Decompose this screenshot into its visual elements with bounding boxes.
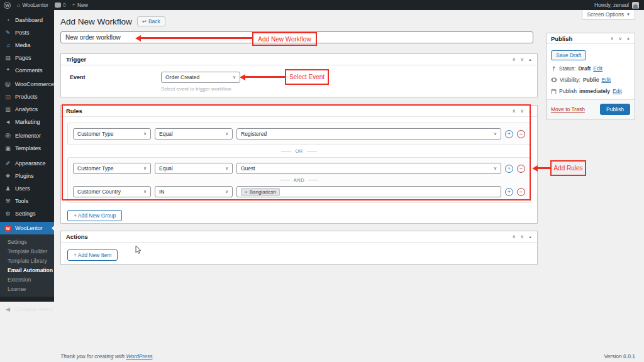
panel-toggle-icon[interactable]: ▲ xyxy=(528,109,532,113)
sidebar-item-woolentor[interactable]: WWooLentor xyxy=(0,222,54,234)
move-to-trash-link[interactable]: Move to Trash xyxy=(551,106,585,112)
move-up-icon[interactable]: ∧ xyxy=(610,36,614,41)
remove-tag-icon[interactable]: × xyxy=(245,189,248,195)
rule-field-value: Customer Type xyxy=(77,165,113,172)
rule-value-select[interactable]: Guest ∨ xyxy=(236,163,501,174)
woocommerce-icon: Ⓦ xyxy=(4,80,11,89)
add-rule-button[interactable]: + xyxy=(505,130,513,138)
user-avatar[interactable] xyxy=(632,2,639,9)
event-select-value: Order Created xyxy=(165,74,199,80)
sidebar-item-appearance[interactable]: ✐Appearance xyxy=(0,157,54,170)
rule-value-multiselect[interactable]: × Bangladesh xyxy=(236,186,501,197)
eye-icon xyxy=(551,77,557,82)
woolentor-submenu: Settings Template Builder Template Libra… xyxy=(0,234,54,297)
save-draft-button[interactable]: Save Draft xyxy=(551,50,586,60)
sidebar-item-tools[interactable]: ⚒Tools xyxy=(0,195,54,207)
rule-operator-select[interactable]: Equal ∨ xyxy=(155,163,233,174)
rule-operator-value: Equal xyxy=(159,131,173,137)
sidebar-item-media[interactable]: ♫Media xyxy=(0,39,54,52)
sidebar-item-marketing[interactable]: ◄Marketing xyxy=(0,116,54,128)
tools-icon: ⚒ xyxy=(4,198,11,204)
comments-menu[interactable]: 0 xyxy=(55,2,66,8)
event-select[interactable]: Order Created ∨ xyxy=(161,72,240,83)
settings-icon: ⚙ xyxy=(4,211,11,217)
submenu-item-extension[interactable]: Extension xyxy=(0,275,54,284)
remove-rule-button[interactable]: − xyxy=(517,165,525,173)
chevron-down-icon: ∨ xyxy=(494,131,497,136)
move-up-icon[interactable]: ∧ xyxy=(512,234,516,239)
sidebar-label: Pages xyxy=(15,55,31,61)
add-rule-button[interactable]: + xyxy=(505,165,513,173)
rule-operator-select[interactable]: Equal ∨ xyxy=(155,128,233,140)
sidebar-item-woocommerce[interactable]: ⓌWooCommerce xyxy=(0,78,54,90)
remove-rule-button[interactable]: − xyxy=(517,188,525,196)
sidebar-item-products[interactable]: ◫Products xyxy=(0,90,54,103)
wordpress-logo-menu[interactable]: W xyxy=(4,2,11,9)
publish-button[interactable]: Publish xyxy=(600,104,630,115)
remove-rule-button[interactable]: − xyxy=(517,130,525,138)
plugins-icon: ❖ xyxy=(4,173,11,179)
sidebar-label: Marketing xyxy=(15,119,40,125)
back-button[interactable]: ↩ Back xyxy=(137,16,165,26)
visibility-value: Public xyxy=(583,77,599,83)
howdy-text[interactable]: Howdy, zenaul xyxy=(594,2,629,8)
event-helper-text: Select event to trigger workflow. xyxy=(161,86,240,92)
submenu-item-email-automation[interactable]: Email Automation xyxy=(0,265,54,275)
new-menu[interactable]: + New xyxy=(72,2,88,8)
move-down-icon[interactable]: ∨ xyxy=(520,108,524,114)
back-label: Back xyxy=(148,18,160,25)
chevron-down-icon: ∨ xyxy=(143,131,147,136)
move-up-icon[interactable]: ∧ xyxy=(512,57,516,62)
footer-period: . xyxy=(152,353,153,359)
marketing-icon: ◄ xyxy=(4,119,11,125)
sidebar-label: Posts xyxy=(15,30,30,36)
site-name: WooLentor xyxy=(22,2,48,8)
rule-field-select[interactable]: Customer Country ∨ xyxy=(73,186,151,197)
panel-toggle-icon[interactable]: ▲ xyxy=(528,235,532,239)
sidebar-item-pages[interactable]: ▤Pages xyxy=(0,52,54,64)
pages-icon: ▤ xyxy=(4,55,11,61)
rule-field-select[interactable]: Customer Type ∨ xyxy=(73,128,151,140)
sidebar-item-dashboard[interactable]: ◔Dashboard xyxy=(0,14,54,26)
workflow-title-input[interactable] xyxy=(60,31,533,43)
sidebar-item-templates[interactable]: ▣Templates xyxy=(0,142,54,155)
users-icon: ♟ xyxy=(4,185,11,192)
add-rule-button[interactable]: + xyxy=(505,188,513,196)
sidebar-item-plugins[interactable]: ❖Plugins xyxy=(0,170,54,182)
panel-toggle-icon[interactable]: ▲ xyxy=(528,58,532,62)
move-down-icon[interactable]: ∨ xyxy=(520,234,524,239)
add-new-item-button[interactable]: + Add New Item xyxy=(67,250,118,261)
move-up-icon[interactable]: ∧ xyxy=(512,108,516,114)
panel-toggle-icon[interactable]: ▲ xyxy=(626,36,630,40)
move-down-icon[interactable]: ∨ xyxy=(618,36,622,41)
sidebar-item-comments[interactable]: ❝Comments xyxy=(0,64,54,77)
trigger-header[interactable]: Trigger ∧ ∨ ▲ xyxy=(61,54,537,65)
actions-header[interactable]: Actions ∧ ∨ ▲ xyxy=(61,231,537,243)
sidebar-item-users[interactable]: ♟Users xyxy=(0,182,54,195)
sidebar-item-posts[interactable]: ✎Posts xyxy=(0,26,54,39)
collapse-menu-button[interactable]: ◀Collapse menu xyxy=(0,303,54,315)
edit-status-link[interactable]: Edit xyxy=(593,65,602,72)
submenu-item-template-library[interactable]: Template Library xyxy=(0,256,54,265)
site-menu[interactable]: ⌂ WooLentor xyxy=(17,2,48,8)
wordpress-link[interactable]: WordPress xyxy=(126,353,152,359)
edit-schedule-link[interactable]: Edit xyxy=(613,88,622,94)
edit-visibility-link[interactable]: Edit xyxy=(601,77,611,83)
trigger-body: Event Order Created ∨ Select event to tr… xyxy=(61,65,537,98)
submenu-item-template-builder[interactable]: Template Builder xyxy=(0,246,54,256)
submenu-item-settings[interactable]: Settings xyxy=(0,237,54,246)
rule-value-select[interactable]: Registered ∨ xyxy=(236,128,501,140)
sidebar-item-elementor[interactable]: ⓔElementor xyxy=(0,129,54,142)
publish-header[interactable]: Publish ∧ ∨ ▲ xyxy=(547,33,635,44)
add-new-group-button[interactable]: + Add New Group xyxy=(67,210,122,221)
rule-operator-value: IN xyxy=(159,189,165,195)
rules-header[interactable]: Rules ∧ ∨ ▲ xyxy=(61,106,537,117)
sidebar-item-settings[interactable]: ⚙Settings xyxy=(0,207,54,220)
move-down-icon[interactable]: ∨ xyxy=(520,57,524,62)
rule-operator-select[interactable]: IN ∨ xyxy=(155,186,233,197)
sidebar-item-analytics[interactable]: ▥Analytics xyxy=(0,103,54,116)
submenu-item-license[interactable]: License xyxy=(0,284,54,293)
screen-options-button[interactable]: Screen Options ▼ xyxy=(582,10,635,19)
rule-field-select[interactable]: Customer Type ∨ xyxy=(73,163,151,174)
sidebar-label: Settings xyxy=(15,211,36,217)
